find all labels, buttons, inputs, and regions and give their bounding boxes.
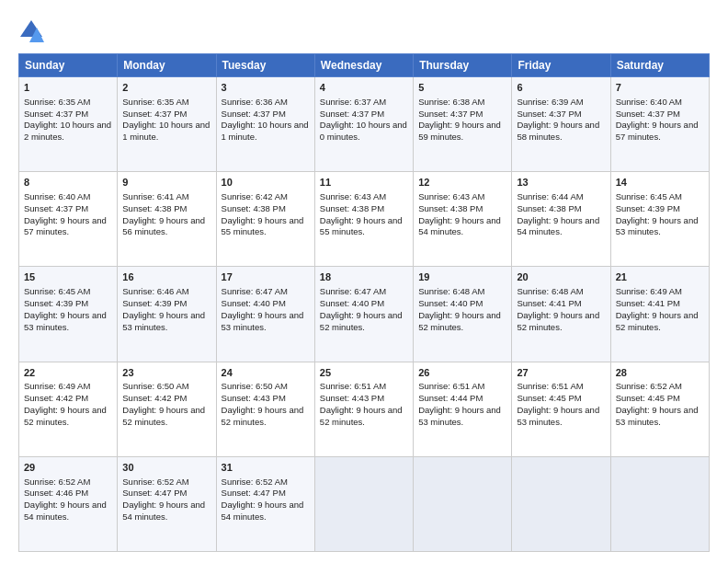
sunrise-text: Sunrise: 6:49 AM [616,286,682,296]
calendar-cell: 29Sunrise: 6:52 AMSunset: 4:46 PMDayligh… [19,456,118,551]
day-number: 30 [122,461,210,475]
calendar-cell: 22Sunrise: 6:49 AMSunset: 4:42 PMDayligh… [19,362,118,456]
day-number: 22 [24,366,112,380]
sunset-text: Sunset: 4:37 PM [418,109,483,119]
calendar-cell: 2Sunrise: 6:35 AMSunset: 4:37 PMDaylight… [118,77,216,172]
daylight-text: Daylight: 9 hours and 53 minutes. [616,215,699,237]
sunset-text: Sunset: 4:38 PM [222,203,286,213]
sunset-text: Sunset: 4:38 PM [517,203,581,213]
daylight-text: Daylight: 9 hours and 58 minutes. [517,120,599,142]
calendar-cell: 9Sunrise: 6:41 AMSunset: 4:38 PMDaylight… [118,172,216,267]
day-number: 7 [616,81,704,95]
daylight-text: Daylight: 9 hours and 57 minutes. [616,120,699,142]
daylight-text: Daylight: 9 hours and 57 minutes. [24,215,107,237]
calendar-cell: 25Sunrise: 6:51 AMSunset: 4:43 PMDayligh… [314,362,413,456]
calendar-cell: 30Sunrise: 6:52 AMSunset: 4:47 PMDayligh… [118,456,216,551]
daylight-text: Daylight: 9 hours and 52 minutes. [320,405,403,427]
sunrise-text: Sunrise: 6:43 AM [418,191,484,201]
daylight-text: Daylight: 9 hours and 53 minutes. [24,310,107,332]
daylight-text: Daylight: 9 hours and 54 minutes. [122,500,205,522]
weekday-header-saturday: Saturday [610,54,709,77]
day-number: 18 [320,270,408,284]
weekday-header-monday: Monday [118,54,216,77]
calendar-body: 1Sunrise: 6:35 AMSunset: 4:37 PMDaylight… [19,77,710,552]
sunset-text: Sunset: 4:41 PM [517,298,581,308]
day-number: 31 [222,461,310,475]
sunrise-text: Sunrise: 6:41 AM [122,191,188,201]
sunrise-text: Sunrise: 6:35 AM [122,97,188,107]
day-number: 5 [418,81,506,95]
sunrise-text: Sunrise: 6:37 AM [320,97,386,107]
sunset-text: Sunset: 4:38 PM [320,203,384,213]
sunrise-text: Sunrise: 6:52 AM [122,477,188,487]
sunrise-text: Sunrise: 6:50 AM [222,381,288,391]
sunrise-text: Sunrise: 6:43 AM [320,191,386,201]
sunrise-text: Sunrise: 6:45 AM [616,191,682,201]
calendar-cell: 24Sunrise: 6:50 AMSunset: 4:43 PMDayligh… [216,362,314,456]
day-number: 8 [24,176,112,190]
calendar-cell: 7Sunrise: 6:40 AMSunset: 4:37 PMDaylight… [610,77,709,172]
sunset-text: Sunset: 4:37 PM [616,109,680,119]
calendar-cell: 31Sunrise: 6:52 AMSunset: 4:47 PMDayligh… [216,456,314,551]
logo-icon [18,18,44,44]
calendar-cell: 15Sunrise: 6:45 AMSunset: 4:39 PMDayligh… [19,267,118,362]
day-number: 25 [320,366,408,380]
sunrise-text: Sunrise: 6:36 AM [222,97,288,107]
sunset-text: Sunset: 4:43 PM [320,393,384,403]
day-number: 12 [418,176,506,190]
day-number: 9 [122,176,210,190]
sunset-text: Sunset: 4:40 PM [418,298,483,308]
daylight-text: Daylight: 9 hours and 52 minutes. [222,405,304,427]
sunrise-text: Sunrise: 6:47 AM [222,286,288,296]
sunrise-text: Sunrise: 6:40 AM [24,191,90,201]
daylight-text: Daylight: 9 hours and 56 minutes. [122,215,205,237]
daylight-text: Daylight: 9 hours and 52 minutes. [320,310,403,332]
calendar-cell: 20Sunrise: 6:48 AMSunset: 4:41 PMDayligh… [512,267,610,362]
day-number: 15 [24,270,112,284]
calendar-cell: 1Sunrise: 6:35 AMSunset: 4:37 PMDaylight… [19,77,118,172]
calendar-cell: 21Sunrise: 6:49 AMSunset: 4:41 PMDayligh… [610,267,709,362]
sunrise-text: Sunrise: 6:49 AM [24,381,90,391]
sunset-text: Sunset: 4:37 PM [222,109,286,119]
calendar-cell: 12Sunrise: 6:43 AMSunset: 4:38 PMDayligh… [414,172,512,267]
daylight-text: Daylight: 10 hours and 0 minutes. [320,120,407,142]
sunrise-text: Sunrise: 6:48 AM [418,286,484,296]
calendar-cell: 14Sunrise: 6:45 AMSunset: 4:39 PMDayligh… [610,172,709,267]
sunrise-text: Sunrise: 6:38 AM [418,97,484,107]
sunrise-text: Sunrise: 6:52 AM [616,381,682,391]
sunset-text: Sunset: 4:45 PM [616,393,680,403]
daylight-text: Daylight: 9 hours and 53 minutes. [616,405,699,427]
weekday-row: SundayMondayTuesdayWednesdayThursdayFrid… [19,54,710,77]
calendar-header: SundayMondayTuesdayWednesdayThursdayFrid… [19,54,710,77]
calendar-cell [610,456,709,551]
sunset-text: Sunset: 4:37 PM [24,203,88,213]
sunset-text: Sunset: 4:43 PM [222,393,286,403]
daylight-text: Daylight: 9 hours and 52 minutes. [24,405,107,427]
daylight-text: Daylight: 9 hours and 52 minutes. [517,310,599,332]
day-number: 2 [122,81,210,95]
weekday-header-sunday: Sunday [19,54,118,77]
weekday-header-friday: Friday [512,54,610,77]
sunset-text: Sunset: 4:46 PM [24,488,88,498]
day-number: 26 [418,366,506,380]
sunset-text: Sunset: 4:47 PM [222,488,286,498]
sunset-text: Sunset: 4:47 PM [122,488,187,498]
header [18,15,710,44]
daylight-text: Daylight: 9 hours and 52 minutes. [122,405,205,427]
sunrise-text: Sunrise: 6:52 AM [24,477,90,487]
weekday-header-thursday: Thursday [414,54,512,77]
sunset-text: Sunset: 4:37 PM [122,109,187,119]
day-number: 23 [122,366,210,380]
calendar-cell [512,456,610,551]
sunset-text: Sunset: 4:37 PM [320,109,384,119]
day-number: 14 [616,176,704,190]
calendar-cell: 5Sunrise: 6:38 AMSunset: 4:37 PMDaylight… [414,77,512,172]
day-number: 4 [320,81,408,95]
sunrise-text: Sunrise: 6:47 AM [320,286,386,296]
sunrise-text: Sunrise: 6:44 AM [517,191,583,201]
daylight-text: Daylight: 9 hours and 53 minutes. [122,310,205,332]
day-number: 10 [222,176,310,190]
day-number: 27 [517,366,605,380]
daylight-text: Daylight: 9 hours and 53 minutes. [418,405,501,427]
sunset-text: Sunset: 4:40 PM [320,298,384,308]
